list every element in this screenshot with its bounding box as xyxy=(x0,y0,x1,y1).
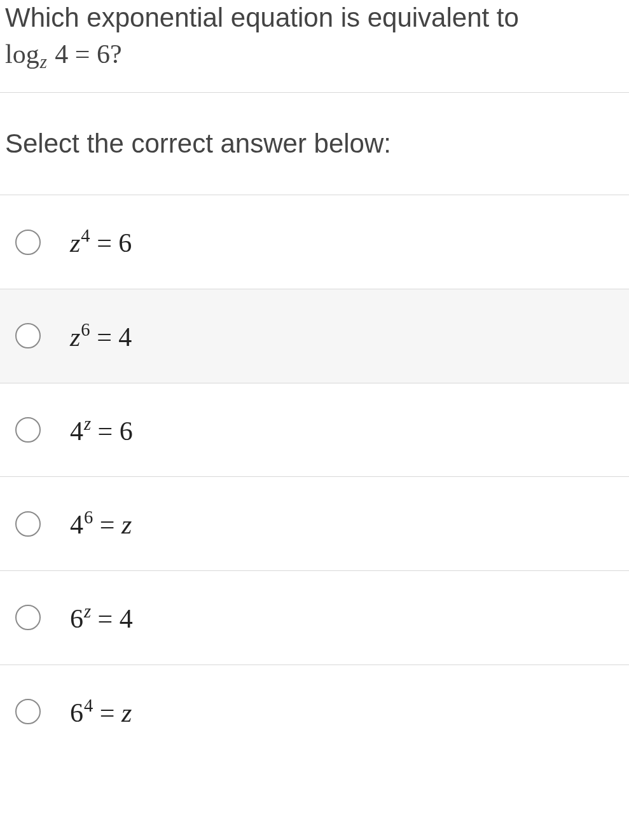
rhs: z xyxy=(121,510,132,539)
base: 4 xyxy=(70,416,83,445)
question-line1: Which exponential equation is equivalent… xyxy=(5,3,519,32)
question-block: Which exponential equation is equivalent… xyxy=(0,0,629,93)
exponent: 4 xyxy=(80,226,90,245)
base: 6 xyxy=(70,698,83,727)
exponent: z xyxy=(83,414,91,434)
log-remainder: 4 = 6? xyxy=(48,39,122,69)
base: 4 xyxy=(70,510,83,539)
rhs: z xyxy=(121,698,132,727)
option-1[interactable]: z6 = 4 xyxy=(0,289,629,383)
equals: = xyxy=(91,604,120,633)
log-word: log xyxy=(5,39,39,69)
radio-icon[interactable] xyxy=(15,230,41,255)
option-label: 64 = z xyxy=(70,696,132,728)
instruction-text: Select the correct answer below: xyxy=(5,128,391,158)
options-list: z4 = 6z6 = 44z = 646 = z6z = 464 = z xyxy=(0,195,629,758)
base: z xyxy=(70,228,80,258)
rhs: 4 xyxy=(118,322,132,352)
option-label: z6 = 4 xyxy=(70,320,132,352)
exponent: 4 xyxy=(83,696,93,715)
radio-icon[interactable] xyxy=(15,511,41,537)
radio-icon[interactable] xyxy=(15,417,41,443)
instruction-block: Select the correct answer below: xyxy=(0,93,629,195)
option-3[interactable]: 46 = z xyxy=(0,477,629,571)
radio-icon[interactable] xyxy=(15,605,41,630)
option-label: 46 = z xyxy=(70,507,132,540)
option-5[interactable]: 64 = z xyxy=(0,665,629,759)
equals: = xyxy=(90,322,119,352)
rhs: 4 xyxy=(120,604,133,633)
base: 6 xyxy=(70,604,83,633)
rhs: 6 xyxy=(118,228,132,258)
radio-icon[interactable] xyxy=(15,323,41,348)
exponent: z xyxy=(83,602,91,621)
rhs: 6 xyxy=(120,416,133,445)
equals: = xyxy=(90,228,119,258)
log-subscript: z xyxy=(39,52,48,72)
option-0[interactable]: z4 = 6 xyxy=(0,195,629,289)
exponent: 6 xyxy=(80,320,90,340)
option-4[interactable]: 6z = 4 xyxy=(0,571,629,665)
exponent: 6 xyxy=(83,507,93,527)
equals: = xyxy=(91,416,120,445)
option-label: 4z = 6 xyxy=(70,414,133,446)
question-equation: logz 4 = 6? xyxy=(5,39,122,69)
radio-icon[interactable] xyxy=(15,699,41,724)
option-2[interactable]: 4z = 6 xyxy=(0,383,629,478)
question-text: Which exponential equation is equivalent… xyxy=(5,0,624,74)
equals: = xyxy=(93,698,121,727)
equals: = xyxy=(93,510,121,539)
base: z xyxy=(70,322,80,352)
option-label: z4 = 6 xyxy=(70,226,132,258)
option-label: 6z = 4 xyxy=(70,602,133,634)
